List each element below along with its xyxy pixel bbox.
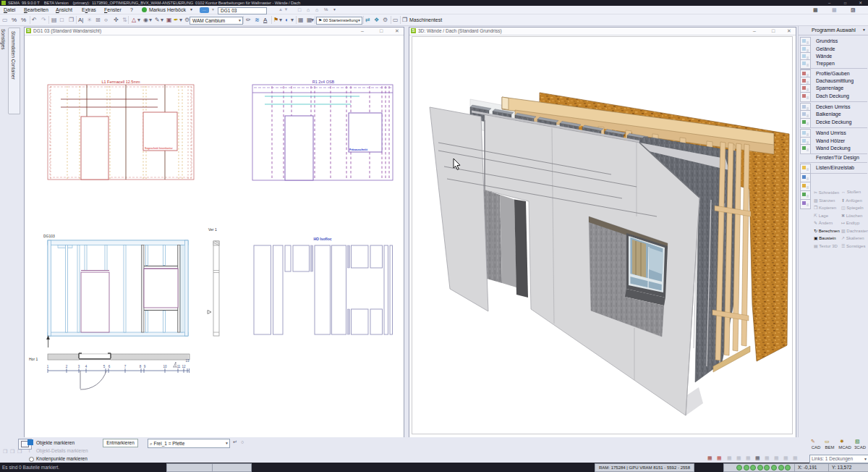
svg-text:6: 6: [109, 365, 111, 368]
svg-text:10: 10: [163, 365, 167, 368]
svg-text:2: 2: [66, 365, 68, 368]
svg-text:HO Isofloc: HO Isofloc: [313, 237, 331, 241]
svg-text:9: 9: [144, 365, 146, 368]
svg-text:3: 3: [78, 365, 80, 368]
svg-text:Sägeschnitt Innenkontur: Sägeschnitt Innenkontur: [145, 147, 174, 150]
svg-text:1: 1: [47, 365, 49, 368]
svg-text:L1 Fermacell 12.5mm: L1 Fermacell 12.5mm: [101, 80, 140, 84]
svg-text:8: 8: [140, 365, 142, 368]
svg-text:11: 11: [177, 365, 181, 368]
svg-text:Fräsauschnitt: Fräsauschnitt: [349, 148, 368, 151]
svg-text:5: 5: [103, 365, 106, 368]
svg-text:7: 7: [124, 365, 127, 368]
svg-text:DG103: DG103: [43, 234, 55, 238]
svg-text:R1 2x4 OSB: R1 2x4 OSB: [312, 80, 335, 84]
svg-text:12: 12: [182, 365, 186, 368]
svg-text:Ver 1: Ver 1: [208, 227, 217, 232]
svg-text:13: 13: [185, 359, 190, 363]
svg-text:Hor 1: Hor 1: [29, 357, 38, 361]
svg-text:4: 4: [85, 365, 88, 368]
